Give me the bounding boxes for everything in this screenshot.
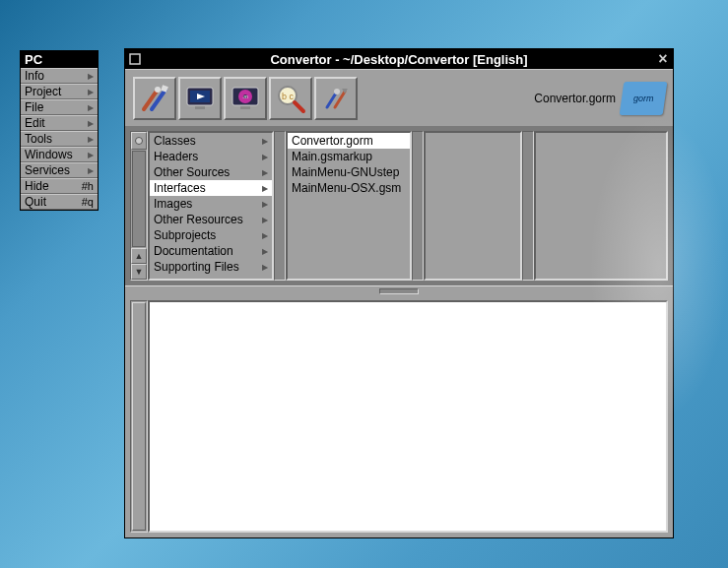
branch-arrow-icon: ▶ [262,247,268,256]
scroller-knob-icon[interactable] [131,132,147,150]
browser-column-3[interactable] [424,131,522,281]
column-divider[interactable] [522,131,534,281]
browser-column-2[interactable]: Convertor.gorm Main.gsmarkup MainMenu-GN… [286,131,412,281]
inspector-tools-icon [319,82,353,115]
build-tools-icon [138,82,171,115]
branch-arrow-icon: ▶ [262,184,268,193]
toolbar: .m b c Convertor.gorm gorm [125,69,673,126]
category-other-resources[interactable]: Other Resources▶ [150,212,272,227]
editor-content[interactable] [148,300,668,533]
menu-item-quit[interactable]: Quit#q [21,194,98,210]
magnifier-icon: b c [274,82,307,115]
svg-rect-0 [130,54,140,64]
branch-arrow-icon: ▶ [262,231,268,240]
editor-scroller[interactable] [130,300,148,533]
close-button[interactable]: × [653,49,673,69]
browser-column-1[interactable]: Classes▶ Headers▶ Other Sources▶ Interfa… [148,131,274,281]
branch-arrow-icon: ▶ [262,153,268,161]
submenu-arrow-icon: ▶ [88,135,94,144]
main-menu: PC Info▶ Project▶ File▶ Edit▶ Tools▶ Win… [20,50,99,211]
launch-button[interactable] [178,77,222,120]
column-divider[interactable] [412,131,424,281]
file-item[interactable]: Main.gsmarkup [288,149,410,164]
branch-arrow-icon: ▶ [262,137,268,146]
branch-arrow-icon: ▶ [262,263,268,272]
selected-file-label: Convertor.gorm [534,92,616,105]
svg-text:b c: b c [282,92,295,101]
svg-line-15 [295,102,303,111]
close-icon: × [658,50,667,68]
submenu-arrow-icon: ▶ [88,72,94,81]
editor-area [125,295,673,537]
splitter-grip-icon [379,288,419,294]
menu-item-services[interactable]: Services▶ [21,162,98,178]
submenu-arrow-icon: ▶ [88,119,94,128]
category-documentation[interactable]: Documentation▶ [150,243,272,259]
svg-point-17 [334,89,340,95]
menu-item-project[interactable]: Project▶ [21,84,98,99]
svg-point-3 [155,87,161,93]
titlebar[interactable]: Convertor - ~/Desktop/Convertor [English… [125,49,673,69]
file-item[interactable]: MainMenu-GNUstep [288,164,410,180]
submenu-arrow-icon: ▶ [88,88,94,96]
file-item[interactable]: MainMenu-OSX.gsm [288,180,410,196]
browser-column-4[interactable] [534,131,668,281]
monitor-run-icon [183,82,217,115]
scroller-knob[interactable] [132,302,146,531]
menu-item-tools[interactable]: Tools▶ [21,131,98,147]
category-images[interactable]: Images▶ [150,196,272,212]
menu-item-edit[interactable]: Edit▶ [21,115,98,131]
svg-rect-7 [195,106,205,109]
build-button[interactable] [133,77,176,120]
inspector-button[interactable] [314,77,358,120]
horizontal-splitter[interactable] [125,285,673,295]
branch-arrow-icon: ▶ [262,200,268,209]
miniaturize-icon [129,53,141,65]
category-subprojects[interactable]: Subprojects▶ [150,227,272,243]
scroll-down-button[interactable]: ▼ [131,264,147,280]
menu-item-hide[interactable]: Hide#h [21,178,98,194]
miniaturize-button[interactable] [125,49,145,69]
main-menu-title: PC [21,51,98,68]
svg-text:.m: .m [242,94,248,99]
menu-item-info[interactable]: Info▶ [21,68,98,84]
category-other-sources[interactable]: Other Sources▶ [150,164,272,180]
column-divider[interactable] [274,131,286,281]
category-interfaces[interactable]: Interfaces▶ [150,180,272,196]
svg-rect-12 [240,106,250,109]
category-headers[interactable]: Headers▶ [150,149,272,164]
submenu-arrow-icon: ▶ [88,166,94,175]
menu-item-file[interactable]: File▶ [21,99,98,115]
scroller-track[interactable] [132,151,146,247]
svg-rect-4 [161,85,168,93]
scroll-up-button[interactable]: ▲ [131,248,147,264]
submenu-arrow-icon: ▶ [88,103,94,112]
file-item[interactable]: Convertor.gorm [288,133,410,149]
find-button[interactable]: b c [269,77,312,120]
branch-arrow-icon: ▶ [262,216,268,224]
submenu-arrow-icon: ▶ [88,151,94,159]
window-title: Convertor - ~/Desktop/Convertor [English… [145,52,653,67]
project-window: Convertor - ~/Desktop/Convertor [English… [124,48,674,538]
browser-scroller[interactable]: ▲ ▼ [130,131,148,281]
file-browser: ▲ ▼ Classes▶ Headers▶ Other Sources▶ Int… [125,126,673,285]
monitor-disc-icon: .m [229,82,262,115]
gorm-file-icon: gorm [620,82,668,115]
loaded-files-button[interactable]: .m [224,77,267,120]
menu-item-windows[interactable]: Windows▶ [21,147,98,162]
category-classes[interactable]: Classes▶ [150,133,272,149]
branch-arrow-icon: ▶ [262,168,268,177]
category-supporting-files[interactable]: Supporting Files▶ [150,259,272,275]
